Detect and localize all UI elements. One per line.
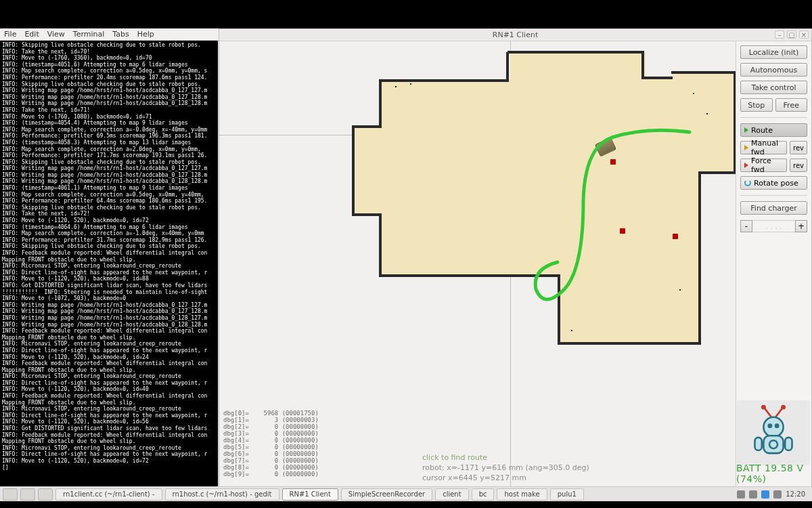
play-icon	[744, 163, 748, 168]
window-title: RN#1 Client	[493, 30, 538, 39]
svg-point-3	[781, 405, 786, 410]
play-icon	[744, 145, 748, 150]
task-host-make[interactable]: host make	[497, 488, 547, 501]
play-icon	[744, 127, 748, 133]
task-screenrecorder[interactable]: SimpleScreenRecorder	[341, 488, 432, 501]
force-fwd-toggle[interactable]: Force fwd	[740, 158, 787, 172]
battery-status: BATT 19.58 V (74%)	[736, 463, 807, 484]
menu-file[interactable]: File	[4, 30, 16, 39]
close-icon[interactable]: ×	[799, 30, 809, 39]
menu-edit[interactable]: Edit	[24, 30, 39, 39]
route-toggle[interactable]: Route	[740, 123, 807, 137]
terminal-output[interactable]: INFO: Skipping live obstacle checking du…	[0, 41, 218, 488]
svg-rect-10	[785, 438, 792, 450]
status-readout: click to find route robot: x=-1171 y=616…	[422, 452, 589, 483]
svg-point-4	[763, 417, 783, 437]
svg-rect-9	[754, 438, 761, 450]
svg-point-2	[761, 405, 766, 410]
status-hint: click to find route	[422, 452, 589, 463]
force-rev-button[interactable]: rev	[790, 158, 807, 172]
find-charger-button[interactable]: Find charger	[740, 201, 807, 215]
task-rn1-client[interactable]: RN#1 Client	[282, 488, 338, 501]
control-panel: Localize (init) Autonomous Take control …	[736, 41, 811, 487]
menu-terminal[interactable]: Terminal	[73, 30, 105, 39]
menu-view[interactable]: View	[47, 30, 65, 39]
menu-help[interactable]: Help	[137, 30, 154, 39]
task-bc[interactable]: bc	[472, 488, 495, 501]
svg-point-6	[775, 423, 780, 428]
window-titlebar[interactable]: RN#1 Client – ▢ ×	[219, 29, 811, 41]
zoom-in-button[interactable]: +	[795, 220, 807, 232]
network-icon[interactable]	[737, 490, 745, 499]
bluetooth-icon[interactable]	[761, 490, 769, 499]
status-cursor: cursor x=6445 y=5217 mm	[422, 473, 589, 483]
obstacle-marker	[610, 159, 616, 165]
file-manager-icon[interactable]	[38, 488, 53, 501]
rotate-pose-toggle[interactable]: Rotate pose	[740, 176, 807, 190]
rn1-client-window: RN#1 Client – ▢ ×	[219, 28, 812, 488]
obstacle-marker	[673, 234, 678, 239]
manual-fwd-toggle[interactable]: Manual fwd	[740, 141, 787, 154]
debug-counters: dbg[0]= 5968 (00001750) dbg[1]= 3 (00000…	[223, 410, 319, 478]
clock[interactable]: 12:20	[786, 490, 805, 498]
take-control-button[interactable]: Take control	[740, 81, 807, 94]
localize-button[interactable]: Localize (init)	[740, 45, 807, 59]
robot-logo	[737, 400, 810, 465]
task-rn1host-gedit[interactable]: rn1host.c (~/rn1-host) - gedit	[165, 488, 279, 501]
task-pulu1[interactable]: pulu1	[550, 488, 584, 501]
menu-tabs[interactable]: Tabs	[112, 30, 129, 39]
rotate-icon	[744, 179, 751, 186]
task-client[interactable]: client	[435, 488, 468, 501]
task-rn1client-cc[interactable]: rn1client.cc (~/rn1-client) -	[55, 488, 162, 501]
volume-icon[interactable]	[749, 490, 757, 499]
free-button[interactable]: Free	[775, 98, 808, 112]
obstacle-marker	[620, 228, 625, 234]
autonomous-button[interactable]: Autonomous	[740, 63, 807, 77]
show-desktop-icon[interactable]	[20, 488, 35, 501]
manual-rev-button[interactable]: rev	[790, 141, 807, 154]
stop-button[interactable]: Stop	[740, 98, 773, 112]
map-view[interactable]: dbg[0]= 5968 (00001750) dbg[1]= 3 (00000…	[219, 41, 736, 487]
floorplan	[355, 52, 734, 357]
status-robot: robot: x=-1171 y=616 mm (ang=305.0 deg)	[422, 463, 589, 473]
zoom-out-button[interactable]: -	[740, 220, 752, 232]
svg-point-5	[767, 423, 772, 428]
zoom-level: . . . .	[752, 220, 795, 232]
battery-icon[interactable]	[773, 490, 782, 499]
minimize-icon[interactable]: –	[775, 30, 784, 39]
app-launcher-icon[interactable]	[3, 488, 18, 501]
maximize-icon[interactable]: ▢	[787, 30, 796, 39]
taskbar[interactable]: rn1client.cc (~/rn1-client) - rn1host.c …	[0, 486, 812, 501]
svg-rect-7	[763, 436, 783, 453]
system-tray[interactable]: 12:20	[733, 490, 809, 499]
